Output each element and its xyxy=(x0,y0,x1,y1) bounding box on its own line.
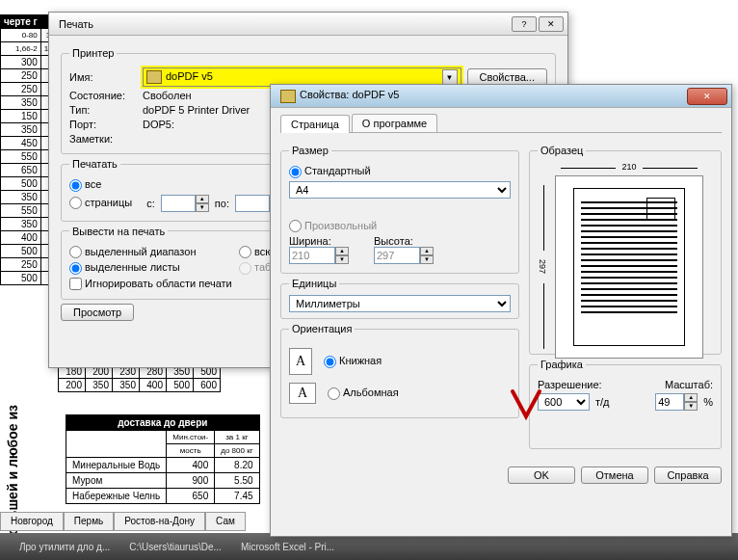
delivery-cell: 5.50 xyxy=(215,473,259,489)
spin-down-icon[interactable]: ▼ xyxy=(684,402,698,411)
spin-up-icon: ▲ xyxy=(420,247,434,255)
sample-group: Образец 210 297 xyxy=(529,145,722,355)
sheets-radio-input[interactable] xyxy=(69,262,82,275)
bg-cell: 550 xyxy=(1,204,41,218)
range-radio[interactable]: выделенный диапазон xyxy=(69,246,233,259)
delivery-sub: мость xyxy=(167,444,215,458)
pages-label: страницы xyxy=(85,197,132,208)
props-titlebar[interactable]: Свойства: doPDF v5 ✕ xyxy=(271,85,731,108)
sheet-tab[interactable]: Новгород xyxy=(0,512,64,531)
units-select[interactable]: Миллиметры xyxy=(289,295,511,312)
delivery-sub: до 800 кг xyxy=(215,444,259,458)
standard-radio[interactable]: Стандартный xyxy=(289,165,371,178)
sheets-label: выделенные листы xyxy=(85,261,180,273)
table-radio-input xyxy=(239,262,251,275)
scale-spinner[interactable]: ▲▼ xyxy=(655,393,698,411)
resolution-select[interactable]: 600 xyxy=(538,393,590,411)
delivery-sub: за 1 кг xyxy=(215,431,259,444)
print-title: Печать xyxy=(53,18,93,30)
all-radio[interactable]: все xyxy=(69,178,101,192)
portrait-radio[interactable]: Книжная xyxy=(324,355,382,368)
width-input xyxy=(289,247,335,264)
delivery-cell: 8.20 xyxy=(215,458,259,473)
width-spinner: ▲▼ xyxy=(289,247,349,264)
tab-about[interactable]: О программе xyxy=(352,114,437,132)
help-icon[interactable]: ? xyxy=(512,16,537,32)
taskbar: Лро утилити дло д... C:\Users\tiaurus\De… xyxy=(0,533,738,560)
taskbar-item[interactable]: C:\Users\tiaurus\De... xyxy=(129,542,222,552)
sheet-tabs: Новгород Пермь Ростов-на-Дону Сам xyxy=(0,512,246,531)
scale-input[interactable] xyxy=(655,393,684,411)
all-radio-input[interactable] xyxy=(69,179,82,192)
bg-hdr: черте г xyxy=(1,15,41,29)
bg-cell: 600 xyxy=(194,379,221,392)
bg-cell: 150 xyxy=(1,110,41,123)
close-icon[interactable]: ✕ xyxy=(687,88,727,105)
bg-cell: 200 xyxy=(59,379,86,392)
bg-cell: 400 xyxy=(140,379,167,392)
custom-radio-input[interactable] xyxy=(289,220,302,232)
ok-button[interactable]: OK xyxy=(508,467,575,484)
from-spinner[interactable]: ▲▼ xyxy=(161,195,209,212)
custom-label: Произвольный xyxy=(304,220,377,231)
sheet-tab[interactable]: Ростов-на-Дону xyxy=(114,512,205,531)
ignore-checkbox[interactable] xyxy=(69,278,82,290)
dim-height: 297 xyxy=(538,185,547,349)
tab-page[interactable]: Страница xyxy=(280,115,350,133)
preview-button[interactable]: Просмотр xyxy=(61,304,134,321)
close-icon[interactable]: ✕ xyxy=(539,16,564,32)
delivery-title: доставка до двери xyxy=(66,415,260,431)
printer-icon xyxy=(280,90,296,103)
sheet-tab[interactable]: Пермь xyxy=(64,512,114,531)
sheets-radio[interactable]: выделенные листы xyxy=(69,261,233,275)
portrait-radio-input[interactable] xyxy=(324,356,336,368)
state-label: Состояние: xyxy=(69,90,137,101)
bg-cell: 350 xyxy=(1,218,41,231)
bg-cell: 350 xyxy=(1,96,41,110)
paper-select[interactable]: A4 xyxy=(289,181,511,199)
book-radio-input[interactable] xyxy=(239,246,251,258)
scale-unit: % xyxy=(703,396,713,408)
landscape-radio-input[interactable] xyxy=(328,387,340,400)
page-preview xyxy=(555,175,703,359)
sheet-tab[interactable]: Сам xyxy=(205,512,246,531)
pages-radio-input[interactable] xyxy=(69,197,82,209)
delivery-sub: Мин.стои- xyxy=(167,431,215,444)
range-radio-input[interactable] xyxy=(69,246,82,258)
chevron-down-icon[interactable]: ▼ xyxy=(442,69,458,85)
bg-cell: 550 xyxy=(1,150,41,164)
help-button[interactable]: Справка xyxy=(654,467,722,484)
portrait-label: Книжная xyxy=(339,355,382,366)
landscape-radio[interactable]: Альбомная xyxy=(328,387,399,400)
cancel-button[interactable]: Отмена xyxy=(581,467,648,484)
from-input[interactable] xyxy=(161,195,196,212)
delivery-cell: 900 xyxy=(167,473,215,489)
bg-cell: 300 xyxy=(1,56,41,69)
standard-radio-input[interactable] xyxy=(289,166,302,178)
orient-legend: Ориентация xyxy=(289,323,355,334)
taskbar-item[interactable]: Microsoft Excel - Pri... xyxy=(241,542,334,552)
tab-strip: Страница О программе xyxy=(280,114,722,133)
custom-radio[interactable]: Произвольный xyxy=(289,220,377,233)
spin-down-icon[interactable]: ▼ xyxy=(196,203,209,212)
name-label: Имя: xyxy=(69,71,137,83)
taskbar-item[interactable]: Лро утилити дло д... xyxy=(19,542,110,552)
spin-up-icon[interactable]: ▲ xyxy=(684,393,698,402)
ignore-check[interactable]: Игнорировать области печати xyxy=(69,278,232,291)
spin-up-icon[interactable]: ▲ xyxy=(196,195,209,203)
print-titlebar[interactable]: Печать ? ✕ xyxy=(49,13,567,36)
standard-label: Стандартный xyxy=(304,165,371,176)
delivery-cell: 7.45 xyxy=(215,489,259,504)
printer-legend: Принтер xyxy=(69,47,117,59)
height-input xyxy=(374,247,420,264)
type-label: Тип: xyxy=(69,104,137,116)
size-legend: Размер xyxy=(289,145,331,156)
dim-width: 210 xyxy=(561,162,698,172)
pages-radio[interactable]: страницы xyxy=(69,197,132,210)
output-legend: Вывести на печать xyxy=(69,226,168,237)
bg-cell: 350 xyxy=(86,379,113,392)
type-value: doPDF 5 Printer Driver xyxy=(143,104,250,116)
printer-icon xyxy=(146,70,162,84)
to-input[interactable] xyxy=(235,195,270,212)
bg-cell: 500 xyxy=(167,379,194,392)
